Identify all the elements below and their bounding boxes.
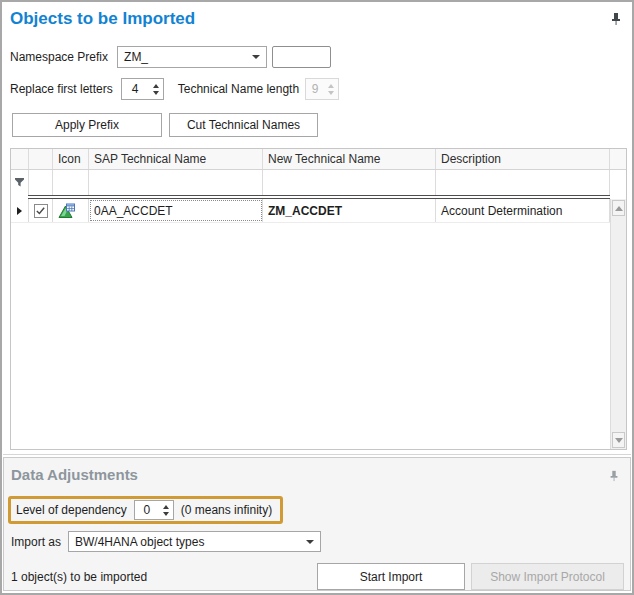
spinner-arrows-icon[interactable] xyxy=(149,79,163,99)
import-as-value: BW/4HANA object types xyxy=(75,535,306,549)
filter-cell[interactable] xyxy=(436,170,610,195)
level-of-dependency-label: Level of dependency xyxy=(16,503,127,517)
chevron-down-icon xyxy=(306,540,314,544)
column-header-icon[interactable]: Icon xyxy=(53,149,89,169)
cut-technical-names-button[interactable]: Cut Technical Names xyxy=(169,113,318,137)
import-objects-window: Objects to be Imported Namespace Prefix … xyxy=(0,0,634,595)
scroll-up-button[interactable] xyxy=(612,200,625,216)
import-as-dropdown[interactable]: BW/4HANA object types xyxy=(68,531,321,552)
filter-cell[interactable] xyxy=(89,170,263,195)
technical-name-length-spinner: 9 xyxy=(305,78,339,100)
row-checkbox[interactable] xyxy=(34,204,48,218)
vertical-scrollbar[interactable] xyxy=(610,199,626,449)
status-text: 1 object(s) to be imported xyxy=(11,570,147,584)
filter-cell[interactable] xyxy=(263,170,436,195)
cell-description[interactable]: Account Determination xyxy=(436,199,610,222)
filter-funnel-icon xyxy=(14,177,25,188)
filter-row-indicator xyxy=(11,170,29,195)
pin-icon[interactable] xyxy=(608,469,622,485)
scroll-up-icon xyxy=(615,206,623,211)
spinner-arrows-icon[interactable] xyxy=(159,501,173,519)
objects-table: Icon SAP Technical Name New Technical Na… xyxy=(10,148,627,450)
row-checkbox-cell xyxy=(29,199,53,222)
filter-row xyxy=(11,170,626,195)
namespace-prefix-combobox[interactable]: ZM_ xyxy=(117,46,267,68)
data-adjustments-panel: Data Adjustments Level of dependency 0 (… xyxy=(3,457,631,591)
replace-first-letters-label: Replace first letters xyxy=(10,82,113,96)
chevron-down-icon xyxy=(252,55,260,59)
cell-new-technical-name[interactable]: ZM_ACCDET xyxy=(263,199,436,222)
filter-cell-spacer xyxy=(610,170,626,195)
level-of-dependency-hint: (0 means infinity) xyxy=(181,503,272,517)
row-arrow-icon xyxy=(17,207,22,215)
section-title: Data Adjustments xyxy=(11,466,138,483)
column-header-checkbox[interactable] xyxy=(29,149,53,169)
spinner-arrows-icon xyxy=(324,79,338,99)
pin-icon[interactable] xyxy=(609,11,623,27)
level-of-dependency-value: 0 xyxy=(135,501,159,519)
level-of-dependency-highlight: Level of dependency 0 (0 means infinity) xyxy=(8,496,283,524)
page-title: Objects to be Imported xyxy=(10,9,195,29)
technical-name-length-value: 9 xyxy=(306,79,324,99)
column-header-spacer xyxy=(610,149,626,169)
table-row[interactable]: 0AA_ACCDET ZM_ACCDET Account Determinati… xyxy=(11,199,626,223)
column-header-new-technical-name[interactable]: New Technical Name xyxy=(263,149,436,169)
apply-prefix-button[interactable]: Apply Prefix xyxy=(12,113,162,137)
column-header-description[interactable]: Description xyxy=(436,149,610,169)
row-indicator xyxy=(11,199,29,222)
filter-cell[interactable] xyxy=(53,170,89,195)
start-import-button[interactable]: Start Import xyxy=(317,563,465,590)
namespace-suffix-input[interactable] xyxy=(272,46,331,68)
cell-sap-technical-name[interactable]: 0AA_ACCDET xyxy=(89,199,263,222)
row-icon-cell xyxy=(53,199,89,222)
checkmark-icon xyxy=(35,205,46,216)
show-import-protocol-button: Show Import Protocol xyxy=(471,563,624,590)
namespace-prefix-value: ZM_ xyxy=(124,50,252,64)
filter-cell[interactable] xyxy=(29,170,53,195)
panel-divider xyxy=(3,454,631,455)
technical-name-length-label: Technical Name length xyxy=(178,82,299,96)
import-as-label: Import as xyxy=(11,535,61,549)
level-of-dependency-spinner[interactable]: 0 xyxy=(134,500,174,520)
replace-first-letters-value: 4 xyxy=(122,79,149,99)
scroll-down-icon xyxy=(615,438,623,443)
table-header-row: Icon SAP Technical Name New Technical Na… xyxy=(11,149,626,170)
infoobject-icon xyxy=(58,203,75,219)
scroll-down-button[interactable] xyxy=(612,432,625,448)
column-header-indicator[interactable] xyxy=(11,149,29,169)
column-header-sap-technical-name[interactable]: SAP Technical Name xyxy=(89,149,263,169)
replace-first-letters-spinner[interactable]: 4 xyxy=(121,78,164,100)
namespace-prefix-label: Namespace Prefix xyxy=(10,50,108,64)
